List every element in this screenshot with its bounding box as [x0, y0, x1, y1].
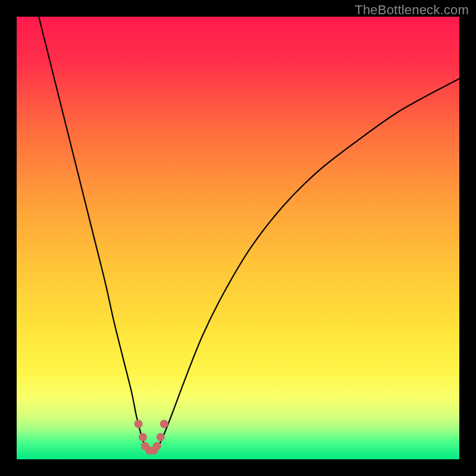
- bottleneck-chart: [17, 17, 459, 459]
- plot-frame: [17, 17, 459, 459]
- minimum-marker: [134, 419, 143, 428]
- minimum-marker: [160, 419, 168, 428]
- minimum-marker: [139, 433, 147, 441]
- minimum-marker: [156, 433, 165, 441]
- minimum-marker: [153, 442, 161, 450]
- gradient-fill: [17, 17, 459, 459]
- watermark-label: TheBottleneck.com: [355, 2, 469, 18]
